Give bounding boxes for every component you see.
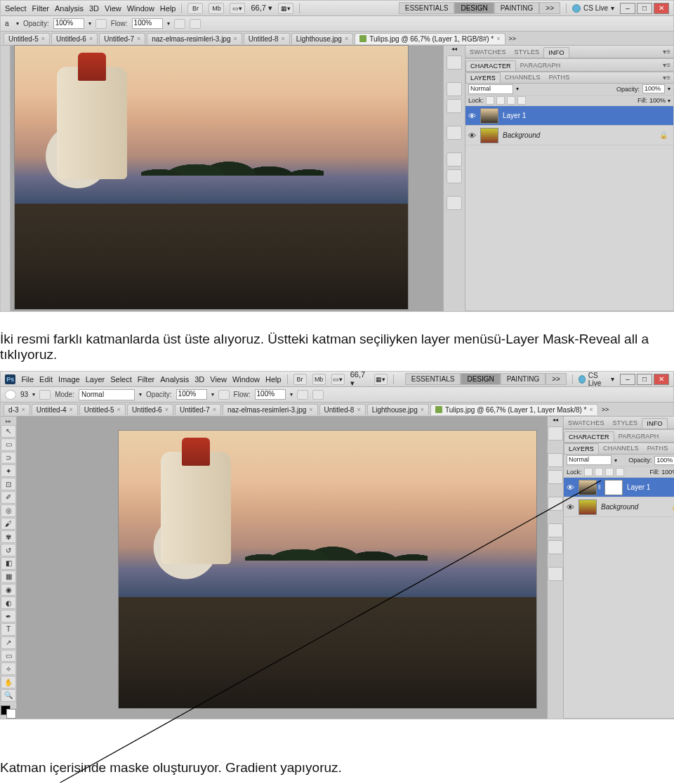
layer-thumbnail[interactable] (480, 128, 498, 143)
menu-help[interactable]: Help (160, 4, 176, 13)
doc-tab[interactable]: Untitled-5× (4, 33, 50, 44)
chevron-down-icon[interactable]: ▾ (167, 20, 170, 27)
lock-pixels-icon[interactable] (595, 468, 603, 476)
photoshop-logo-icon[interactable]: Ps (5, 374, 15, 384)
doc-tab[interactable]: Untitled-4× (32, 404, 78, 415)
layers-tab[interactable]: LAYERS (564, 443, 599, 454)
tablet-opacity-icon[interactable] (190, 19, 201, 29)
layer-row-background[interactable]: 👁 Background 🔒 (465, 126, 673, 145)
eyedropper-tool[interactable]: ✐ (1, 491, 16, 504)
tablet-pressure-icon[interactable] (218, 390, 230, 400)
tabs-overflow[interactable]: >> (600, 405, 612, 414)
color-icon[interactable] (447, 196, 462, 210)
dodge-tool[interactable]: ◐ (1, 596, 16, 609)
close-button[interactable]: ✕ (654, 3, 669, 14)
arrange-button[interactable]: ▦▾ (278, 3, 293, 14)
workspace-painting[interactable]: PAINTING (501, 373, 546, 385)
visibility-icon[interactable]: 👁 (564, 503, 576, 511)
chevron-down-icon[interactable]: ▾ (516, 86, 519, 92)
menu-edit[interactable]: Edit (39, 375, 53, 384)
maximize-button[interactable]: □ (637, 3, 652, 14)
marquee-tool[interactable]: ▭ (1, 438, 16, 451)
swatches-icon[interactable] (548, 497, 563, 511)
blur-tool[interactable]: ◉ (1, 584, 16, 596)
menu-file[interactable]: File (21, 375, 34, 384)
info-tab[interactable]: INFO (642, 418, 667, 429)
chevron-down-icon[interactable]: ▾ (668, 86, 670, 92)
doc-tab[interactable]: Lighthouse.jpg× (367, 404, 429, 415)
brush-size[interactable]: 93 (20, 391, 28, 398)
blend-mode-select[interactable]: Normal (567, 455, 612, 465)
doc-tab-active[interactable]: Tulips.jpg @ 66,7% (Layer 1, Layer Mask/… (430, 404, 598, 415)
workspace-more[interactable]: >> (539, 2, 560, 14)
screenmode-button[interactable]: ▭▾ (331, 374, 345, 385)
panel-menu-icon[interactable]: ▾≡ (660, 61, 673, 69)
paragraph-tab[interactable]: PARAGRAPH (516, 60, 565, 70)
panel-menu-icon[interactable]: ▾≡ (660, 48, 673, 55)
close-icon[interactable]: × (165, 406, 168, 413)
lock-all-icon[interactable] (517, 96, 526, 105)
lock-pixels-icon[interactable] (496, 96, 505, 105)
expand-icon[interactable]: ▸▸ (6, 418, 12, 424)
layer-opacity-input[interactable]: 100% (654, 456, 674, 465)
brush-tool[interactable]: 🖌 (1, 518, 16, 530)
minibridge-button[interactable]: Mb (209, 3, 224, 14)
close-icon[interactable]: × (496, 35, 500, 42)
zoom-tool[interactable]: 🔍 (1, 689, 16, 702)
info-tab[interactable]: INFO (543, 47, 569, 58)
history-brush-tool[interactable]: ↺ (1, 544, 16, 556)
expand-icon[interactable]: ◂◂ (548, 417, 563, 424)
close-icon[interactable]: × (137, 35, 140, 42)
layer-name[interactable]: Layer 1 (623, 483, 650, 491)
eraser-tool[interactable]: ◧ (1, 557, 16, 570)
styles-icon[interactable] (548, 523, 563, 537)
close-icon[interactable]: × (345, 35, 348, 42)
bridge-button[interactable]: Br (187, 3, 203, 14)
paths-tab[interactable]: PATHS (545, 72, 574, 82)
styles-icon[interactable] (447, 152, 462, 166)
menu-3d[interactable]: 3D (194, 375, 204, 384)
menu-layer[interactable]: Layer (86, 375, 105, 384)
airbrush-icon[interactable] (174, 19, 185, 29)
close-icon[interactable]: × (117, 406, 121, 413)
layers-icon[interactable] (548, 470, 563, 484)
swatches-tab[interactable]: SWATCHES (465, 47, 510, 57)
layer-thumbnail[interactable] (579, 480, 597, 495)
doc-tab[interactable]: Untitled-8× (319, 404, 366, 415)
minimize-button[interactable]: – (620, 3, 635, 14)
healing-brush-tool[interactable]: ◎ (1, 504, 16, 517)
move-tool[interactable]: ↖ (1, 425, 16, 438)
zoom-level[interactable]: 66,7 ▾ (350, 370, 369, 388)
close-icon[interactable]: × (357, 406, 360, 413)
doc-tab[interactable]: Untitled-7× (99, 33, 145, 44)
visibility-icon[interactable]: 👁 (465, 131, 478, 140)
lock-all-icon[interactable] (616, 468, 624, 476)
workspace-essentials[interactable]: ESSENTIALS (399, 2, 455, 14)
chevron-down-icon[interactable]: ▾ (16, 20, 19, 27)
mode-select[interactable]: Normal (79, 389, 135, 400)
menu-image[interactable]: Image (58, 375, 80, 384)
close-icon[interactable]: × (282, 35, 285, 42)
doc-tab[interactable]: Untitled-8× (244, 33, 290, 44)
color-swatches[interactable] (1, 705, 16, 719)
swatches-tab[interactable]: SWATCHES (564, 418, 609, 428)
brush-tip-icon[interactable] (5, 390, 16, 400)
canvas-area[interactable] (1, 46, 443, 311)
fill-input[interactable]: 100% (649, 97, 666, 104)
menu-filter[interactable]: Filter (32, 4, 49, 13)
chevron-down-icon[interactable]: ▾ (139, 391, 142, 398)
paragraph-tab[interactable]: PARAGRAPH (614, 431, 663, 441)
lock-position-icon[interactable] (605, 468, 614, 476)
workspace-painting[interactable]: PAINTING (494, 2, 539, 14)
layer-row-layer1[interactable]: 👁 ⦀ Layer 1 (564, 478, 674, 497)
type-tool[interactable]: T (1, 623, 16, 636)
panel-menu-icon[interactable]: ▾≡ (660, 74, 673, 81)
layer-opacity-input[interactable]: 100% (642, 84, 665, 93)
doc-tab[interactable]: naz-elmas-resimleri-3.jpg× (223, 404, 318, 415)
zoom-level[interactable]: 66,7 ▾ (251, 4, 272, 13)
bridge-button[interactable]: Br (293, 374, 307, 385)
menu-select[interactable]: Select (110, 375, 132, 384)
pen-tool[interactable]: ✒ (1, 610, 16, 622)
document-window[interactable] (15, 46, 408, 309)
chevron-down-icon[interactable]: ▾ (668, 98, 670, 104)
